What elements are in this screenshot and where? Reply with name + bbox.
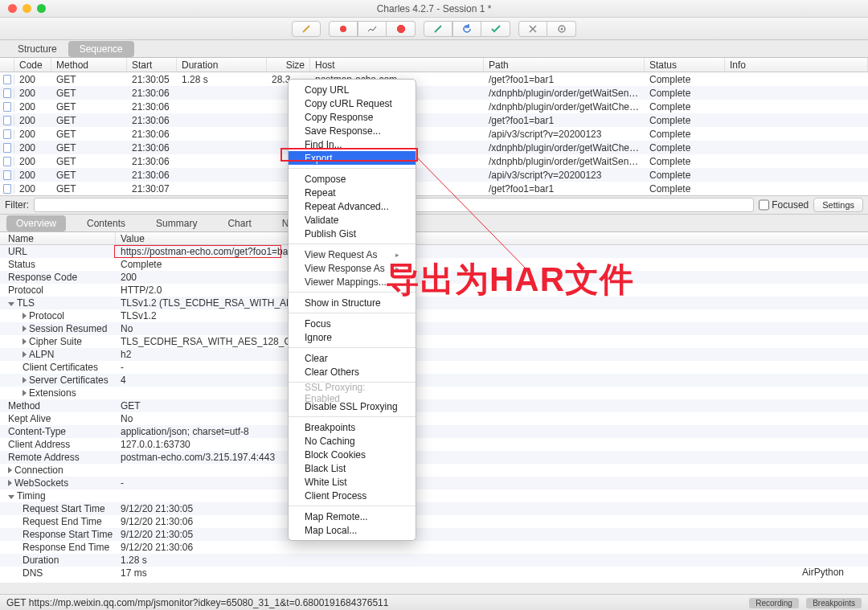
settings-button[interactable]: Settings — [813, 198, 863, 212]
menu-item[interactable]: Client Process — [289, 489, 416, 502]
menu-item[interactable]: Copy cURL Request — [289, 96, 416, 110]
col-path[interactable]: Path — [484, 58, 645, 72]
tab-summary[interactable]: Summary — [146, 215, 207, 231]
menu-item[interactable]: Block Cookies — [289, 448, 416, 461]
detail-row[interactable]: Response Start Time9/12/20 21:30:05 — [0, 528, 868, 541]
col-start[interactable]: Start — [127, 58, 177, 72]
table-row[interactable]: 200GET21:30:06cho.com/get?foo1=bar1Compl… — [0, 113, 868, 127]
col-method[interactable]: Method — [51, 58, 127, 72]
throttle-button[interactable] — [358, 21, 387, 37]
menu-item[interactable]: Map Local... — [289, 523, 416, 537]
table-row[interactable]: 200GET21:30:051.28 s28.36 KBpostman-echo… — [0, 72, 868, 86]
col-status[interactable]: Status — [645, 58, 725, 72]
menu-item[interactable]: Focus — [289, 317, 416, 330]
table-row[interactable]: 200GET21:30:06cn/xdnphb/plugin/order/get… — [0, 141, 868, 154]
disclosure-icon[interactable] — [8, 495, 14, 499]
document-icon — [3, 184, 11, 194]
detail-row[interactable]: Cipher SuiteTLS_ECDHE_RSA_WITH_AES_128_G… — [0, 335, 868, 348]
menu-item[interactable]: No Caching — [289, 434, 416, 448]
disclosure-icon[interactable] — [23, 390, 27, 396]
col-size[interactable]: Size — [267, 58, 310, 72]
menu-item[interactable]: Clear — [289, 351, 416, 365]
col-duration[interactable]: Duration — [177, 58, 267, 72]
detail-row[interactable]: URLhttps://postman-echo.com/get?foo1=bar… — [0, 245, 868, 258]
col-code[interactable]: Code — [14, 58, 51, 72]
col-info[interactable]: Info — [725, 58, 868, 72]
menu-item[interactable]: Repeat Advanced... — [289, 199, 416, 213]
menu-item[interactable]: Ignore — [289, 330, 416, 344]
minimize-icon[interactable] — [23, 4, 31, 13]
disclosure-icon[interactable] — [23, 325, 27, 332]
broom-button[interactable] — [292, 21, 321, 37]
menu-item[interactable]: Map Remote... — [289, 510, 416, 523]
detail-row[interactable]: Request End Time9/12/20 21:30:06 — [0, 515, 868, 528]
tab-sequence[interactable]: Sequence — [68, 41, 134, 57]
stop-button[interactable] — [387, 21, 416, 37]
detail-row[interactable]: Timing — [0, 489, 868, 502]
menu-item[interactable]: Black List — [289, 461, 416, 475]
menu-item[interactable]: Copy URL — [289, 83, 416, 96]
disclosure-icon[interactable] — [8, 480, 12, 486]
disclosure-icon[interactable] — [23, 351, 27, 358]
menu-item[interactable]: Find In... — [289, 137, 416, 151]
detail-row[interactable]: Request Start Time9/12/20 21:30:05 — [0, 502, 868, 515]
detail-row[interactable]: Kept AliveNo — [0, 412, 868, 425]
disclosure-icon[interactable] — [8, 467, 12, 473]
menu-item[interactable]: Clear Others — [289, 365, 416, 379]
disclosure-icon[interactable] — [23, 313, 27, 319]
detail-row[interactable]: DNS17 ms — [0, 567, 868, 579]
tab-structure[interactable]: Structure — [6, 41, 68, 57]
detail-row[interactable]: Duration1.28 s — [0, 554, 868, 567]
col-host[interactable]: Host — [310, 58, 484, 72]
table-row[interactable]: 200GET21:30:06appy12138.top/api/v3/scrip… — [0, 168, 868, 182]
table-row[interactable]: 200GET21:30:06cn/xdnphb/plugin/order/get… — [0, 154, 868, 168]
disclosure-icon[interactable] — [23, 338, 27, 345]
tab-contents[interactable]: Contents — [77, 215, 135, 231]
menu-item[interactable]: Disable SSL Proxying — [289, 399, 416, 413]
detail-row[interactable]: Remote Addresspostman-echo.com/3.215.197… — [0, 451, 868, 464]
detail-row[interactable]: Session ResumedNo — [0, 322, 868, 335]
view-tabs: Structure Sequence — [0, 40, 868, 58]
table-row[interactable]: 200GET21:30:06cn/xdnphb/plugin/order/get… — [0, 86, 868, 100]
detail-row[interactable]: Client Address127.0.0.1:63730 — [0, 438, 868, 451]
table-row[interactable]: 200GET21:30:06cn/xdnphb/plugin/order/get… — [0, 100, 868, 113]
detail-row[interactable]: MethodGET — [0, 399, 868, 412]
detail-row[interactable]: Extensions — [0, 387, 868, 399]
focused-checkbox[interactable]: Focused — [759, 198, 809, 212]
menu-item[interactable]: Breakpoints — [289, 420, 416, 434]
disclosure-icon[interactable] — [8, 302, 14, 306]
menu-item[interactable]: Save Response... — [289, 124, 416, 137]
table-row[interactable]: 200GET21:30:07cho.com/get?foo1=bar1Compl… — [0, 182, 868, 195]
validate-button[interactable] — [481, 21, 510, 37]
menu-item[interactable]: Publish Gist — [289, 227, 416, 240]
detail-row[interactable]: ProtocolTLSv1.2 — [0, 309, 868, 322]
zoom-icon[interactable] — [37, 4, 46, 13]
filter-bar: Filter: Focused Settings — [0, 195, 868, 215]
detail-row[interactable]: Response End Time9/12/20 21:30:06 — [0, 541, 868, 554]
menu-item[interactable]: White List — [289, 475, 416, 489]
edit-button[interactable] — [424, 21, 452, 37]
detail-row[interactable]: Server Certificates4 — [0, 374, 868, 387]
breakpoints-badge[interactable]: Breakpoints — [806, 598, 862, 608]
detail-row[interactable]: Connection — [0, 464, 868, 477]
detail-row[interactable]: WebSockets- — [0, 477, 868, 489]
disclosure-icon[interactable] — [23, 377, 27, 383]
recording-badge[interactable]: Recording — [749, 598, 799, 608]
record-button[interactable] — [329, 21, 358, 37]
menu-item[interactable]: Validate — [289, 213, 416, 227]
menu-item[interactable]: Copy Response — [289, 110, 416, 124]
statusbar: GET https://mp.weixin.qq.com/mp/jsmonito… — [0, 594, 868, 610]
tools-button[interactable] — [518, 21, 547, 37]
detail-row[interactable]: Client Certificates- — [0, 361, 868, 374]
refresh-button[interactable] — [452, 21, 481, 37]
tab-chart[interactable]: Chart — [218, 215, 260, 231]
menu-item[interactable]: Export... — [289, 151, 416, 165]
table-row[interactable]: 200GET21:30:06appy12138.top/api/v3/scrip… — [0, 127, 868, 141]
menu-item[interactable]: Repeat — [289, 186, 416, 199]
close-icon[interactable] — [8, 4, 17, 13]
tab-overview[interactable]: Overview — [6, 215, 66, 231]
menu-item[interactable]: Compose — [289, 172, 416, 186]
settings-button[interactable] — [547, 21, 576, 37]
detail-row[interactable]: ALPNh2 — [0, 348, 868, 361]
detail-row[interactable]: Content-Typeapplication/json; charset=ut… — [0, 425, 868, 438]
